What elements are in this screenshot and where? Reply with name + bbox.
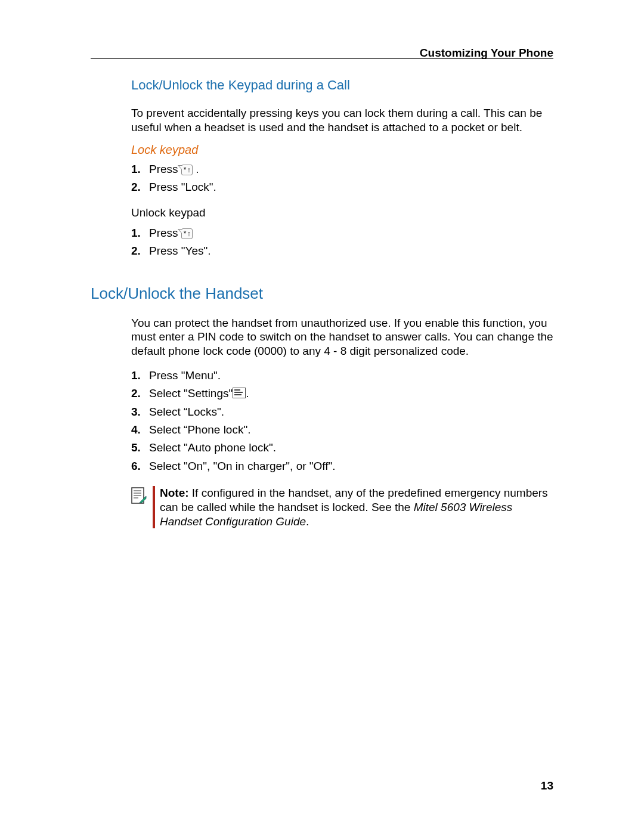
step-text: Select “Locks". bbox=[149, 405, 224, 418]
header-rule bbox=[91, 58, 553, 59]
list-item: 5. Select "Auto phone lock". bbox=[131, 439, 553, 457]
page-number: 13 bbox=[541, 779, 553, 792]
step-number: 3. bbox=[131, 403, 141, 421]
step-number: 5. bbox=[131, 439, 141, 457]
step-number: 6. bbox=[131, 457, 141, 475]
list-item: 1. Press * ↑ bbox=[131, 224, 553, 242]
step-text: Press "Menu". bbox=[149, 369, 221, 382]
unlock-keypad-label: Unlock keypad bbox=[131, 205, 553, 222]
step-text: Press "Lock". bbox=[149, 181, 216, 193]
step-number: 2. bbox=[131, 242, 141, 260]
lock-keypad-steps: 1. Press * ↑ . 2. Press "Lock". bbox=[131, 160, 553, 197]
step-number: 1. bbox=[131, 160, 141, 178]
list-item: 3. Select “Locks". bbox=[131, 403, 553, 421]
section1-intro: To prevent accidentally pressing keys yo… bbox=[131, 106, 553, 135]
section-heading-lock-keypad-call: Lock/Unlock the Keypad during a Call bbox=[131, 78, 553, 93]
note-accent-bar bbox=[153, 486, 155, 528]
page: Customizing Your Phone Lock/Unlock the K… bbox=[0, 0, 644, 833]
step-number: 1. bbox=[131, 367, 141, 385]
note-tail: . bbox=[306, 515, 309, 528]
section-heading-lock-handset: Lock/Unlock the Handset bbox=[91, 284, 553, 303]
step-text: Press bbox=[149, 227, 181, 239]
step-text-post: . bbox=[246, 387, 249, 400]
step-text: Select "Settings" bbox=[149, 387, 233, 400]
content-area: Lock/Unlock the Keypad during a Call To … bbox=[91, 78, 553, 528]
list-item: 1. Press * ↑ . bbox=[131, 160, 553, 178]
note-icon-cell bbox=[131, 486, 153, 507]
step-number: 1. bbox=[131, 224, 141, 242]
list-item: 2. Select "Settings". bbox=[131, 385, 553, 402]
step-text: Select "On", "On in charger", or "Off". bbox=[149, 460, 336, 472]
list-item: 4. Select “Phone lock". bbox=[131, 421, 553, 439]
list-item: 2. Press "Lock". bbox=[131, 178, 553, 196]
list-item: 1. Press "Menu". bbox=[131, 367, 553, 385]
star-key-icon: * ↑ bbox=[181, 165, 193, 175]
step-number: 4. bbox=[131, 421, 141, 439]
step-number: 2. bbox=[131, 178, 141, 196]
note-label: Note: bbox=[160, 487, 192, 499]
step-text: Select “Phone lock". bbox=[149, 423, 250, 436]
settings-icon bbox=[233, 388, 246, 398]
step-text: Press bbox=[149, 163, 181, 175]
section2-intro: You can protect the handset from unautho… bbox=[131, 316, 553, 358]
note-icon bbox=[131, 487, 147, 505]
step-text: Select "Auto phone lock". bbox=[149, 441, 276, 454]
list-item: 2. Press "Yes". bbox=[131, 242, 553, 260]
star-key-icon: * ↑ bbox=[181, 228, 193, 239]
unlock-keypad-steps: 1. Press * ↑ 2. Press "Yes". bbox=[131, 224, 553, 261]
list-item: 6. Select "On", "On in charger", or "Off… bbox=[131, 457, 553, 475]
step-text: Press "Yes". bbox=[149, 244, 211, 257]
note-text: Note: If configured in the handset, any … bbox=[160, 486, 553, 528]
lock-handset-steps: 1. Press "Menu". 2. Select "Settings". 3… bbox=[131, 367, 553, 475]
step-text-post: . bbox=[196, 163, 199, 175]
subsection-heading-lock-keypad: Lock keypad bbox=[131, 143, 553, 157]
note-block: Note: If configured in the handset, any … bbox=[131, 486, 553, 528]
step-number: 2. bbox=[131, 385, 141, 402]
running-header: Customizing Your Phone bbox=[420, 47, 553, 60]
